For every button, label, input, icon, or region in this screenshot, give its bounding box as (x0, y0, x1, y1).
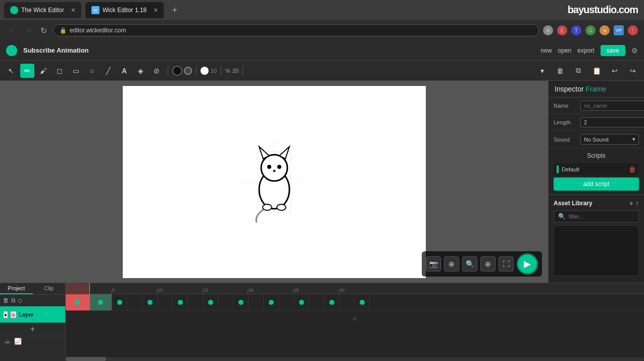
camera-btn[interactable]: 📷 (426, 256, 441, 272)
tab-close-1[interactable]: × (71, 6, 75, 14)
ellipse-tool[interactable]: ○ (85, 64, 99, 78)
back-button[interactable]: ← (6, 24, 18, 37)
forward-button[interactable]: → (22, 24, 34, 37)
frame-cell-6[interactable] (158, 294, 173, 310)
fullscreen-btn[interactable]: ⛶ (499, 256, 514, 272)
browser-action-2[interactable]: E (557, 25, 567, 35)
frame-cell-9[interactable] (203, 294, 218, 310)
frame-cell-11[interactable] (233, 294, 249, 310)
browser-actions: ⚙ E T G ★ VP ! (543, 25, 638, 35)
browser-action-6[interactable]: VP (614, 25, 624, 35)
refresh-button[interactable]: ↻ (38, 24, 49, 37)
new-button[interactable]: new (541, 47, 552, 54)
frame-cell-7[interactable] (173, 294, 188, 310)
tab-wick-editor[interactable]: The Wick Editor × (4, 2, 81, 18)
copy-tool[interactable]: ⧉ (571, 64, 585, 78)
origin-btn[interactable]: ⊕ (444, 256, 459, 272)
browser-action-5[interactable]: ★ (600, 25, 610, 35)
length-input[interactable] (580, 117, 644, 127)
line-tool[interactable]: ╱ (101, 64, 115, 78)
svg-point-10 (277, 204, 286, 210)
timeline-add-row[interactable]: + (66, 310, 644, 327)
timeline-tab-project[interactable]: Project (0, 283, 33, 294)
settings-icon[interactable]: ⚙ (631, 47, 638, 55)
sound-select[interactable]: No Sound ▾ (580, 134, 639, 145)
frame-cell-14[interactable] (279, 294, 294, 310)
asset-export-button[interactable]: ↑ (635, 199, 639, 207)
frame-cell-10[interactable] (218, 294, 233, 310)
tab-wick-editor-2[interactable]: W Wick Editor 1.18 × (85, 2, 164, 18)
timeline-scrollbar-thumb[interactable] (66, 357, 106, 361)
cursor-tool[interactable]: ↖ (4, 64, 18, 78)
frame-cell-16[interactable] (309, 294, 324, 310)
frame-cell-4[interactable] (127, 294, 142, 310)
delete-tool[interactable]: 🗑 (553, 64, 567, 78)
tab-favicon-1 (10, 6, 18, 14)
frame-cell-2[interactable] (89, 294, 112, 310)
frame-cell-19[interactable] (355, 294, 370, 310)
timeline-tab-clip[interactable]: Clip (33, 283, 66, 294)
paste-tool[interactable]: 📋 (589, 64, 604, 78)
bottom-btn-2[interactable]: 📈 (14, 338, 22, 345)
canvas-area[interactable]: 📷 ⊕ 🔍 ⊕ ⛶ ▶ ‹‹ (0, 81, 548, 283)
frame-cell-17[interactable] (324, 294, 339, 310)
layer-lock-btn[interactable]: ◎ (10, 311, 17, 319)
browser-action-4[interactable]: G (585, 25, 596, 35)
asset-add-button[interactable]: + (629, 199, 633, 207)
eraser-tool[interactable]: ◻ (53, 64, 67, 78)
timeline-delete-btn[interactable]: 🗑 (3, 297, 9, 304)
inspector-section: Frame (585, 85, 606, 93)
frame-cell-3[interactable] (112, 294, 127, 310)
add-layer-button[interactable]: + (0, 323, 65, 336)
open-button[interactable]: open (558, 47, 572, 54)
frame-cell-5[interactable] (142, 294, 158, 310)
rect-tool[interactable]: ▭ (69, 64, 83, 78)
frame-cell-12[interactable] (249, 294, 264, 310)
ruler-mark-5: 5 (111, 283, 115, 294)
redo-tool[interactable]: ↪ (626, 64, 640, 78)
canvas-cat (244, 142, 305, 222)
frame-cell-13[interactable] (264, 294, 279, 310)
browser-action-3[interactable]: T (571, 25, 581, 35)
frame-cell-15[interactable] (294, 294, 309, 310)
script-label[interactable]: Default (562, 166, 629, 172)
bottom-btn-1[interactable]: ⛰ (4, 338, 10, 345)
address-bar[interactable]: 🔒 editor.wickeditor.com (53, 24, 539, 36)
export-button[interactable]: export (577, 47, 594, 54)
fill-tool[interactable]: ◈ (133, 64, 147, 78)
save-button[interactable]: save (601, 45, 625, 56)
zoom-in-btn[interactable]: 🔍 (462, 256, 477, 272)
frame-cell-1[interactable] (66, 294, 89, 310)
frame-cell-18[interactable] (339, 294, 355, 310)
text-tool[interactable]: A (117, 64, 131, 78)
name-input[interactable] (580, 101, 644, 111)
dropdown-tool[interactable]: ▾ (535, 64, 549, 78)
new-tab-button[interactable]: + (168, 3, 181, 18)
fill-color-btn[interactable] (184, 67, 192, 75)
undo-tool[interactable]: ↩ (608, 64, 622, 78)
frame-dot-5 (147, 300, 153, 305)
frame-cell-8[interactable] (188, 294, 203, 310)
brush-tool[interactable]: 🖌 (36, 64, 51, 78)
color-swatch[interactable] (201, 67, 209, 75)
toolbar: ↖ ✏ 🖌 ◻ ▭ ○ ╱ A ◈ ⊘ 10 % 20 ▾ (0, 61, 644, 81)
script-delete-icon[interactable]: 🗑 (629, 165, 636, 173)
pencil-tool[interactable]: ✏ (20, 64, 34, 78)
tab-favicon-2: W (91, 6, 100, 14)
browser-action-1[interactable]: ⚙ (543, 25, 553, 35)
timeline-scrollbar[interactable] (66, 357, 644, 361)
timeline-convert-btn[interactable]: ◇ (18, 297, 22, 304)
add-script-button[interactable]: add script (554, 177, 639, 191)
app-logo (6, 45, 17, 56)
stroke-color-btn[interactable] (172, 66, 182, 76)
timeline-duplicate-btn[interactable]: ⧉ (11, 297, 16, 304)
play-button[interactable]: ▶ (517, 253, 538, 275)
timeline: Project Clip 🗑 ⧉ ◇ ● ◎ Layer + ⛰ 📈 (0, 283, 644, 361)
eyedropper-tool[interactable]: ⊘ (150, 64, 164, 78)
svg-marker-4 (259, 147, 269, 159)
browser-action-7[interactable]: ! (628, 25, 638, 35)
tab-close-2[interactable]: × (154, 6, 158, 14)
asset-search-input[interactable] (569, 213, 638, 219)
layer-visible-btn[interactable]: ● (3, 311, 8, 319)
zoom-fit-btn[interactable]: ⊕ (480, 256, 496, 272)
